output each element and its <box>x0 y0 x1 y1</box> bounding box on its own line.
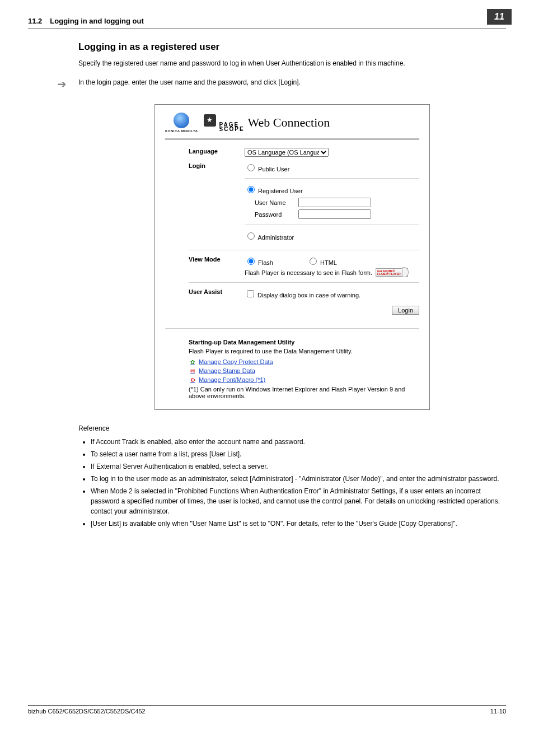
chapter-number: 11 <box>494 12 504 22</box>
flash-player-note: Flash Player is necessary to see in Flas… <box>245 269 372 276</box>
password-input[interactable] <box>298 209 371 219</box>
manage-font-macro-link[interactable]: ⚙ Manage Font/Macro (*1) <box>189 376 419 384</box>
adobe-flash-badge-icon[interactable]: Get ADOBE® FLASH® PLAYER <box>376 268 408 277</box>
utility-note: Flash Player is required to use the Data… <box>189 348 419 354</box>
stamp-icon: ✉ <box>189 367 196 375</box>
chapter-indicator: 11 <box>487 9 512 25</box>
globe-icon <box>174 113 189 128</box>
flash-text: Flash <box>258 259 273 266</box>
login-button[interactable]: Login <box>392 306 419 315</box>
font-macro-icon: ⚙ <box>189 376 196 384</box>
reference-item: If External Server Authentication is ena… <box>91 461 506 472</box>
konica-minolta-logo: KONICA MINOLTA <box>165 113 198 133</box>
registered-user-radio[interactable]: Registered User <box>245 188 303 194</box>
web-connection-text: Web Connection <box>248 115 330 130</box>
language-label: Language <box>189 148 245 157</box>
reference-item: When Mode 2 is selected in "Prohibited F… <box>91 486 506 516</box>
pagescope-logo: PAGE SCOPE Web Connection <box>204 114 330 132</box>
html-radio[interactable]: HTML <box>307 256 337 266</box>
html-text: HTML <box>320 259 337 266</box>
administrator-text: Administrator <box>257 234 294 241</box>
language-select[interactable]: OS Language (OS Language) <box>245 148 329 157</box>
manage-stamp-link[interactable]: ✉ Manage Stamp Data <box>189 367 419 375</box>
section-number: 11.2 <box>28 17 42 25</box>
login-sep-2 <box>245 225 419 225</box>
font-macro-text: Manage Font/Macro (*1) <box>199 376 265 383</box>
username-input[interactable] <box>298 198 371 207</box>
reference-item: [User List] is available only when "User… <box>91 519 506 529</box>
utility-title: Starting-up Data Management Utility <box>189 339 419 346</box>
adobe-text-bottom: FLASH® PLAYER <box>377 273 401 276</box>
login-screen-figure: KONICA MINOLTA PAGE SCOPE Web Connection <box>154 104 430 410</box>
public-user-radio[interactable]: Public User <box>245 166 289 172</box>
password-label: Password <box>255 211 294 218</box>
manage-copy-protect-link[interactable]: ✿ Manage Copy Protect Data <box>189 358 419 366</box>
administrator-radio[interactable]: Administrator <box>245 234 294 241</box>
page-heading: Logging in as a registered user <box>78 41 506 53</box>
registered-user-text: Registered User <box>258 188 302 194</box>
pagescope-star-icon <box>204 114 216 127</box>
utility-sep <box>165 328 419 329</box>
login-sep-1 <box>245 178 419 179</box>
user-assist-text: Display dialog box in case of warning. <box>257 292 360 298</box>
section-title: Logging in and logging out <box>50 17 144 25</box>
instruction-text: In the login page, enter the user name a… <box>78 77 301 87</box>
public-user-text: Public User <box>258 166 289 172</box>
section-sep-2 <box>189 282 419 283</box>
flash-radio[interactable]: Flash <box>245 256 273 266</box>
intro-paragraph: Specify the registered user name and pas… <box>78 58 506 68</box>
reference-heading: Reference <box>78 424 506 432</box>
utility-footnote: (*1) Can only run on Windows Internet Ex… <box>189 386 419 399</box>
user-assist-label: User Assist <box>189 288 245 315</box>
reference-item: If Account Track is enabled, also enter … <box>91 437 506 447</box>
view-mode-label: View Mode <box>189 256 245 277</box>
footer-page-number: 11-10 <box>490 708 506 715</box>
copy-protect-icon: ✿ <box>189 358 196 366</box>
figure-separator <box>165 138 419 140</box>
reference-item: To log in to the user mode as an adminis… <box>91 474 506 484</box>
reference-list: If Account Track is enabled, also enter … <box>78 437 506 529</box>
login-label: Login <box>189 162 245 244</box>
section-sep-1 <box>189 250 419 250</box>
konica-minolta-text: KONICA MINOLTA <box>165 129 198 133</box>
pagescope-scope-text: SCOPE <box>219 127 245 132</box>
header-rule <box>28 29 506 29</box>
user-assist-checkbox[interactable]: Display dialog box in case of warning. <box>245 292 360 298</box>
footer-model: bizhub C652/C652DS/C552/C552DS/C452 <box>28 708 146 715</box>
arrow-icon: ➔ <box>56 77 67 91</box>
reference-item: To select a user name from a list, press… <box>91 449 506 459</box>
username-label: User Name <box>255 199 294 206</box>
copy-protect-text: Manage Copy Protect Data <box>199 358 273 365</box>
stamp-text: Manage Stamp Data <box>199 367 255 374</box>
